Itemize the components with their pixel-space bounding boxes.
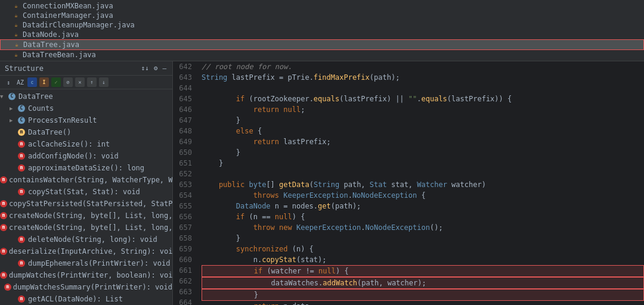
method-red-icon: m — [17, 163, 26, 173]
sort-icon2[interactable]: ⚙ — [153, 64, 159, 73]
file-list: ☕ConnectionMXBean.java☕ContainerManager.… — [0, 0, 644, 61]
sort-btn-check[interactable]: ✓ — [51, 77, 61, 87]
sort-btn-x[interactable]: ✕ — [75, 77, 85, 87]
line-number: 660 — [173, 254, 192, 265]
method-red-icon: m — [0, 270, 7, 280]
tree-node-createnode2[interactable]: mcreateNode(String, byte[], List, long, … — [0, 222, 172, 234]
file-item[interactable]: ☕DatadirCleanupManager.java — [0, 20, 644, 30]
line-number: 656 — [173, 211, 192, 222]
class-icon: C — [17, 116, 26, 125]
tree-node-copystatpersisted[interactable]: mcopyStatPersisted(StatPersisted, StatPe… — [0, 198, 172, 210]
node-label: DataTree() — [28, 127, 71, 138]
sort-bar: ↕ AZ c I ✓ ⊘ ✕ ↑ ↓ — [0, 76, 172, 89]
tree-node-getacl1[interactable]: mgetACL(DataNode): List — [0, 293, 172, 305]
code-line: } — [202, 289, 644, 301]
line-number: 647 — [173, 115, 192, 126]
method-red-icon: m — [0, 247, 7, 256]
tree-node-processtxnresult[interactable]: CProcessTxnResult — [0, 114, 172, 126]
file-name: DataTree.java — [23, 41, 79, 49]
line-number: 664 — [173, 297, 192, 305]
sort-btn-c[interactable]: c — [27, 77, 37, 87]
node-label: DataTree — [18, 91, 53, 102]
method-red-icon: m — [17, 294, 26, 304]
method-red-icon: m — [17, 187, 26, 197]
tree-node-aclcachesize[interactable]: maclCacheSize(): int — [0, 138, 172, 150]
line-number: 650 — [173, 147, 192, 158]
tree-node-datatree-ctor[interactable]: mDataTree() — [0, 126, 172, 138]
line-number: 645 — [173, 94, 192, 104]
tree-node-dumpephemerals[interactable]: mdumpEphemerals(PrintWriter): void — [0, 257, 172, 269]
java-file-icon: ☕ — [12, 21, 20, 29]
line-number: 654 — [173, 190, 192, 201]
arrow-right — [10, 103, 17, 114]
code-line — [202, 83, 644, 94]
code-line: if (n == null) { — [202, 211, 644, 222]
tree-node-dumpwatchessummary[interactable]: mdumpWatchesSummary(PrintWriter): void — [0, 281, 172, 293]
code-line: n.copyStat(stat); — [202, 254, 644, 265]
line-numbers: 6426436446456466476486496506516526536546… — [173, 61, 197, 305]
code-line: String lastPrefix = pTrie.findMaxPrefix(… — [202, 72, 644, 83]
code-line — [202, 169, 644, 179]
node-label: approximateDataSize(): long — [28, 163, 144, 173]
sort-alpha-icon[interactable]: ↕↓ — [140, 64, 150, 73]
code-line: public byte[] getData(String path, Stat … — [202, 179, 644, 190]
file-item[interactable]: ☕ConnectionMXBean.java — [0, 1, 644, 11]
code-line: synchronized (n) { — [202, 244, 644, 254]
line-number: 655 — [173, 201, 192, 211]
line-number: 657 — [173, 222, 192, 233]
line-number: 643 — [173, 72, 192, 83]
node-label: createNode(String, byte[], List, long, i… — [9, 222, 172, 233]
minimize-icon[interactable]: — — [161, 64, 168, 73]
sort-btn-up[interactable]: ↑ — [87, 77, 97, 87]
node-label: copyStatPersisted(StatPersisted, StatPer… — [9, 198, 172, 209]
code-line: throw new KeeperException.NoNodeExceptio… — [202, 222, 644, 233]
java-file-icon: ☕ — [12, 30, 20, 39]
node-label: aclCacheSize(): int — [28, 139, 110, 150]
code-line: } — [202, 115, 644, 126]
node-label: dumpWatchesSummary(PrintWriter): void — [13, 282, 172, 292]
method-red-icon: m — [17, 235, 26, 244]
line-number: 662 — [173, 276, 192, 287]
sort-btn-filter[interactable]: ⊘ — [63, 77, 73, 87]
tree-node-deserialize[interactable]: mdeserialize(InputArchive, String): void — [0, 245, 172, 257]
sort-btn-az[interactable]: AZ — [16, 77, 25, 87]
tree-node-approxdatasize[interactable]: mapproximateDataSize(): long — [0, 162, 172, 174]
sort-btn-i[interactable]: I — [39, 77, 49, 87]
code-lines: // root node for now.String lastPrefix =… — [197, 61, 644, 305]
tree-node-copystat[interactable]: mcopyStat(Stat, Stat): void — [0, 186, 172, 198]
java-file-icon: ☕ — [12, 11, 20, 20]
line-number: 651 — [173, 158, 192, 169]
sort-btn-down[interactable]: ↓ — [99, 77, 109, 87]
structure-tree[interactable]: CDataTreeCCountsCProcessTxnResultmDataTr… — [0, 89, 172, 305]
method-red-icon: m — [0, 223, 7, 232]
tree-node-addconfignode[interactable]: maddConfigNode(): void — [0, 150, 172, 162]
sort-btn-arrows[interactable]: ↕ — [4, 77, 13, 87]
code-content[interactable]: 6426436446456466476486496506516526536546… — [173, 61, 644, 305]
tree-node-deletenode[interactable]: mdeleteNode(String, long): void — [0, 234, 172, 245]
tree-node-dumpwatches[interactable]: mdumpWatches(PrintWriter, boolean): void — [0, 269, 172, 281]
code-panel: 6426436446456466476486496506516526536546… — [173, 61, 644, 305]
code-line: return lastPrefix; — [202, 136, 644, 147]
node-label: addConfigNode(): void — [28, 151, 119, 161]
code-line: else { — [202, 126, 644, 136]
node-label: getACL(DataNode): List — [28, 294, 123, 304]
line-number: 661 — [173, 265, 192, 276]
node-label: Counts — [28, 103, 54, 114]
tree-node-createnode1[interactable]: mcreateNode(String, byte[], List, long, … — [0, 210, 172, 222]
method-pub-icon: m — [17, 127, 26, 137]
file-item[interactable]: ☕DataTreeBean.java — [0, 50, 644, 60]
file-item[interactable]: ☕DataTree.java — [0, 39, 644, 50]
tree-node-containswatcher[interactable]: mcontainsWatcher(String, WatcherType, Wa… — [0, 174, 172, 186]
line-number: 648 — [173, 126, 192, 136]
code-line: } — [202, 158, 644, 169]
tree-node-datatree-root[interactable]: CDataTree — [0, 91, 172, 102]
java-file-icon: ☕ — [12, 51, 20, 59]
file-item[interactable]: ☕ContainerManager.java — [0, 11, 644, 20]
line-number: 652 — [173, 169, 192, 179]
node-label: ProcessTxnResult — [28, 115, 97, 126]
structure-icons: ↕↓ ⚙ — — [140, 64, 168, 73]
file-name: ContainerManager.java — [23, 11, 113, 20]
file-tabs-panel: ☕ConnectionMXBean.java☕ContainerManager.… — [0, 0, 644, 61]
file-item[interactable]: ☕DataNode.java — [0, 30, 644, 39]
tree-node-counts[interactable]: CCounts — [0, 102, 172, 114]
